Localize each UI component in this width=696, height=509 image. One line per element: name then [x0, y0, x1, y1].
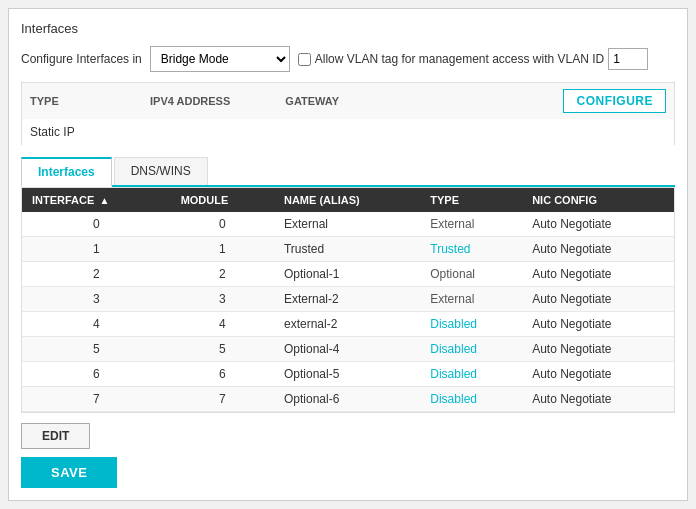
- cell-module: 3: [171, 287, 274, 312]
- tabs-container: Interfaces DNS/WINS: [21, 157, 675, 187]
- table-row[interactable]: 5 5 Optional-4 Disabled Auto Negotiate: [22, 337, 674, 362]
- tab-dns-wins[interactable]: DNS/WINS: [114, 157, 208, 185]
- cell-type: External: [420, 287, 522, 312]
- col-nic-config[interactable]: NIC CONFIG: [522, 188, 674, 212]
- cell-module: 5: [171, 337, 274, 362]
- cell-interface: 4: [22, 312, 171, 337]
- cell-interface: 2: [22, 262, 171, 287]
- col-gateway-header: GATEWAY: [285, 95, 420, 107]
- table-row[interactable]: 7 7 Optional-6 Disabled Auto Negotiate: [22, 387, 674, 412]
- col-interface[interactable]: INTERFACE ▲: [22, 188, 171, 212]
- cell-name: Optional-5: [274, 362, 420, 387]
- sort-arrow-icon: ▲: [99, 195, 109, 206]
- table-row[interactable]: 2 2 Optional-1 Optional Auto Negotiate: [22, 262, 674, 287]
- cell-type: Trusted: [420, 237, 522, 262]
- cell-nic-config: Auto Negotiate: [522, 212, 674, 237]
- cell-name: external-2: [274, 312, 420, 337]
- cell-type: Optional: [420, 262, 522, 287]
- cell-module: 7: [171, 387, 274, 412]
- cell-name: Optional-6: [274, 387, 420, 412]
- vlan-label: Allow VLAN tag for management access wit…: [298, 48, 648, 70]
- configure-label: Configure Interfaces in: [21, 52, 142, 66]
- vlan-checkbox[interactable]: [298, 53, 311, 66]
- cell-type: Disabled: [420, 362, 522, 387]
- table-header-row: INTERFACE ▲ MODULE NAME (ALIAS) TYPE NIC…: [22, 188, 674, 212]
- interfaces-table-container: INTERFACE ▲ MODULE NAME (ALIAS) TYPE NIC…: [21, 187, 675, 413]
- edit-button[interactable]: EDIT: [21, 423, 90, 449]
- bottom-actions: EDIT SAVE: [21, 423, 675, 488]
- table-row[interactable]: 6 6 Optional-5 Disabled Auto Negotiate: [22, 362, 674, 387]
- cell-type: External: [420, 212, 522, 237]
- col-module[interactable]: MODULE: [171, 188, 274, 212]
- cell-module: 6: [171, 362, 274, 387]
- interfaces-table: INTERFACE ▲ MODULE NAME (ALIAS) TYPE NIC…: [22, 188, 674, 412]
- cell-interface: 5: [22, 337, 171, 362]
- cell-interface: 1: [22, 237, 171, 262]
- cell-name: Optional-1: [274, 262, 420, 287]
- top-controls: Configure Interfaces in Bridge Mode Rout…: [21, 46, 675, 72]
- cell-interface: 0: [22, 212, 171, 237]
- mode-select[interactable]: Bridge Mode Routed Mode Drop-in Mode: [150, 46, 290, 72]
- table-row[interactable]: 0 0 External External Auto Negotiate: [22, 212, 674, 237]
- cell-module: 0: [171, 212, 274, 237]
- cell-module: 2: [171, 262, 274, 287]
- cell-name: Trusted: [274, 237, 420, 262]
- panel-title: Interfaces: [21, 21, 675, 36]
- cell-type: Disabled: [420, 387, 522, 412]
- col-ipv4-header: IPV4 ADDRESS: [150, 95, 285, 107]
- cell-type: Disabled: [420, 312, 522, 337]
- cell-type: Disabled: [420, 337, 522, 362]
- table-row[interactable]: 4 4 external-2 Disabled Auto Negotiate: [22, 312, 674, 337]
- static-ip-row: Static IP: [21, 119, 675, 145]
- cell-interface: 7: [22, 387, 171, 412]
- col-type[interactable]: TYPE: [420, 188, 522, 212]
- cell-name: Optional-4: [274, 337, 420, 362]
- cell-name: External-2: [274, 287, 420, 312]
- cell-nic-config: Auto Negotiate: [522, 237, 674, 262]
- interfaces-panel: Interfaces Configure Interfaces in Bridg…: [8, 8, 688, 501]
- cell-name: External: [274, 212, 420, 237]
- cell-interface: 3: [22, 287, 171, 312]
- vlan-id-input[interactable]: [608, 48, 648, 70]
- cell-module: 1: [171, 237, 274, 262]
- table-body: 0 0 External External Auto Negotiate 1 1…: [22, 212, 674, 412]
- cell-module: 4: [171, 312, 274, 337]
- col-name[interactable]: NAME (ALIAS): [274, 188, 420, 212]
- cell-nic-config: Auto Negotiate: [522, 262, 674, 287]
- cell-nic-config: Auto Negotiate: [522, 337, 674, 362]
- tab-interfaces[interactable]: Interfaces: [21, 157, 112, 187]
- cell-nic-config: Auto Negotiate: [522, 362, 674, 387]
- cell-interface: 6: [22, 362, 171, 387]
- cell-nic-config: Auto Negotiate: [522, 287, 674, 312]
- cell-nic-config: Auto Negotiate: [522, 387, 674, 412]
- save-button[interactable]: SAVE: [21, 457, 117, 488]
- table-row[interactable]: 3 3 External-2 External Auto Negotiate: [22, 287, 674, 312]
- configure-button[interactable]: CONFIGURE: [563, 89, 666, 113]
- col-type-header: TYPE: [30, 95, 150, 107]
- cell-nic-config: Auto Negotiate: [522, 312, 674, 337]
- info-bar: TYPE IPV4 ADDRESS GATEWAY CONFIGURE: [21, 82, 675, 119]
- table-row[interactable]: 1 1 Trusted Trusted Auto Negotiate: [22, 237, 674, 262]
